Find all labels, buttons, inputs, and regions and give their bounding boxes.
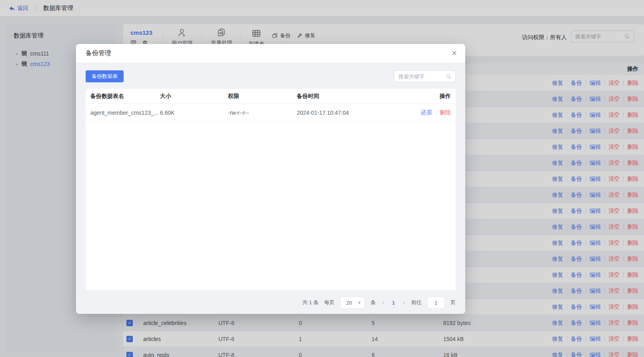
backup-search-input[interactable] [398, 74, 446, 80]
page-size-select[interactable]: 20 ▼ [340, 297, 365, 309]
chevron-down-icon: ▼ [358, 301, 362, 305]
backup-search[interactable] [394, 70, 456, 82]
prev-page-icon[interactable]: ‹ [381, 299, 385, 306]
backup-perm-cell: -rw-r--r-- [228, 110, 297, 116]
per-page-suffix: 条 [370, 299, 376, 306]
current-page[interactable]: 1 [390, 300, 396, 306]
backup-row: agent_member_cms123_... 6.60K -rw-r--r--… [86, 104, 456, 122]
backup-table-header: 备份数据表名 大小 权限 备份时间 操作 [86, 89, 456, 104]
col-size: 大小 [160, 93, 228, 100]
page-size-value: 20 [346, 300, 352, 306]
col-perm: 权限 [228, 93, 297, 100]
col-time: 备份时间 [297, 93, 409, 100]
col-actions: 操作 [409, 93, 451, 100]
close-icon[interactable]: ✕ [452, 50, 457, 57]
page-suffix: 页 [450, 299, 456, 306]
dialog-title: 备份管理 [86, 49, 111, 58]
total-count: 共 1 条 [302, 299, 318, 306]
per-page-prefix: 每页 [324, 299, 334, 306]
delete-link[interactable]: 删除 [440, 109, 451, 116]
backup-table-body: agent_member_cms123_... 6.60K -rw-r--r--… [86, 104, 456, 122]
goto-page-input[interactable] [427, 297, 445, 309]
backup-table-panel: 备份数据表名 大小 权限 备份时间 操作 agent_member_cms123… [86, 89, 456, 290]
dialog-body: 备份数据表 备份数据表名 大小 权限 备份时间 操作 agent_member_… [76, 63, 465, 314]
backup-tables-button[interactable]: 备份数据表 [86, 70, 124, 82]
backup-name-cell: agent_member_cms123_... [90, 110, 160, 116]
dialog-header: 备份管理 ✕ [76, 44, 465, 63]
backup-size-cell: 6.60K [160, 110, 228, 116]
backup-row-actions: 还原 删除 [409, 109, 451, 116]
next-page-icon[interactable]: › [402, 299, 406, 306]
backup-time-cell: 2024-01-17 10:47:04 [297, 110, 409, 116]
pagination: 共 1 条 每页 20 ▼ 条 ‹ 1 › 前往 页 [302, 297, 456, 309]
goto-label: 前往 [411, 299, 422, 306]
backup-management-dialog: 备份管理 ✕ 备份数据表 备份数据表名 大小 权限 备份时间 操作 agent_… [76, 44, 465, 314]
restore-link[interactable]: 还原 [421, 109, 432, 116]
col-name: 备份数据表名 [90, 93, 160, 100]
search-icon [446, 74, 451, 79]
